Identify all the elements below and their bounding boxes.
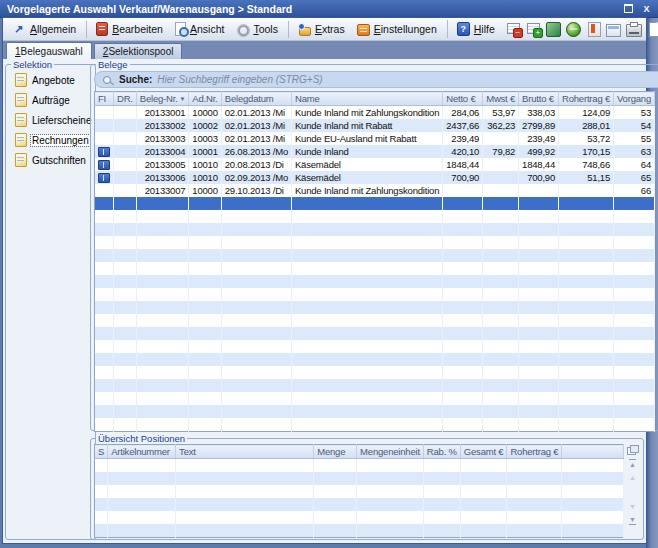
column-header-netto[interactable]: Netto €	[443, 92, 483, 106]
sidebar-item-gutschriften[interactable]: Gutschriften	[8, 150, 93, 170]
scroll-to-top-icon[interactable]: ▲	[626, 459, 639, 470]
column-header-beleg[interactable]: Beleg-Nr.▼	[136, 92, 189, 106]
sidebar-item-rechnungen[interactable]: Rechnungen	[8, 130, 93, 150]
bookmark-icon[interactable]	[588, 22, 601, 37]
table-remove-icon[interactable]	[506, 22, 521, 36]
search-bar[interactable]: Suche: Hier Suchbegriff eingeben (STRG+S…	[94, 71, 658, 88]
column-header-mengeneinheit[interactable]: Mengeneinheit	[357, 445, 424, 459]
empty-row[interactable]	[95, 275, 655, 288]
scroll-up-icon[interactable]: ▲	[626, 472, 639, 483]
empty-row[interactable]	[95, 405, 655, 418]
column-header-filler[interactable]	[562, 445, 624, 459]
menu-allgemein[interactable]: Allgemein	[7, 21, 87, 38]
cell-vorgang: 55	[614, 132, 655, 145]
empty-row[interactable]	[95, 301, 655, 314]
new-document-icon[interactable]	[649, 22, 658, 37]
empty-row[interactable]	[95, 485, 624, 498]
sidebar-item-lieferscheine[interactable]: Lieferscheine	[8, 110, 93, 130]
column-header-datum[interactable]: Belegdatum	[221, 92, 291, 106]
empty-row[interactable]	[95, 472, 624, 485]
column-header-menge[interactable]: Menge	[314, 445, 357, 459]
column-header-gesamt[interactable]: Gesamt €	[460, 445, 507, 459]
column-header-rohertrag[interactable]: Rohertrag €	[559, 92, 614, 106]
cell-empty	[221, 301, 291, 314]
column-header-rohertrag[interactable]: Rohertrag €	[507, 445, 562, 459]
empty-row[interactable]	[95, 511, 624, 524]
cell-empty	[176, 511, 314, 524]
table-add-icon[interactable]	[526, 22, 541, 36]
sidebar-item-label: Rechnungen	[31, 135, 90, 146]
print-icon[interactable]	[626, 24, 642, 37]
cell-adnr: 10010	[189, 158, 221, 171]
column-header-name[interactable]: Name	[291, 92, 442, 106]
empty-row[interactable]	[95, 379, 655, 392]
menu-hilfe[interactable]: Hilfe	[451, 20, 501, 38]
empty-row[interactable]	[95, 459, 624, 473]
empty-row[interactable]	[95, 249, 655, 262]
cell-empty	[221, 353, 291, 366]
empty-row[interactable]	[95, 327, 655, 340]
cell-datum: 02.09.2013 /Mo	[221, 171, 291, 184]
empty-row[interactable]	[95, 392, 655, 405]
table-row[interactable]: 201330071000029.10.2013 /DiKunde Inland …	[95, 184, 655, 197]
column-header-mwst[interactable]: Mwst €	[483, 92, 519, 106]
tab-selektionspool[interactable]: 2 Selektionspool	[94, 43, 183, 59]
column-chooser-icon[interactable]	[626, 444, 639, 455]
empty-row[interactable]	[95, 340, 655, 353]
archive-icon[interactable]	[546, 22, 561, 37]
column-header-dr[interactable]: DR.	[114, 92, 137, 106]
table-row[interactable]: 201330051001020.08.2013 /DiKäsemädel1848…	[95, 158, 655, 171]
empty-row[interactable]	[95, 210, 655, 223]
menu-einstellungen[interactable]: Einstellungen	[351, 20, 448, 38]
window-titlebar[interactable]: Vorgelagerte Auswahl Verkauf/Warenausgan…	[0, 0, 658, 18]
empty-row[interactable]	[95, 524, 624, 538]
empty-row[interactable]	[95, 223, 655, 236]
menu-extras[interactable]: Extras	[292, 20, 351, 38]
selected-row[interactable]	[95, 197, 655, 210]
empty-row[interactable]	[95, 288, 655, 301]
cell-mwst: 362,23	[483, 119, 519, 132]
window-icon[interactable]	[606, 24, 621, 37]
belege-panel: Belege Suche: Hier Suchbegriff eingeben …	[90, 59, 658, 431]
cell-empty	[314, 459, 357, 473]
empty-row[interactable]	[95, 498, 624, 511]
empty-row[interactable]	[95, 314, 655, 327]
column-header-fi[interactable]: FI	[95, 92, 114, 106]
column-header-text[interactable]: Text	[176, 445, 314, 459]
restore-icon[interactable]	[621, 2, 636, 15]
column-header-s[interactable]: S	[95, 445, 108, 459]
table-row[interactable]: 201330011000002.01.2013 /MiKunde Inland …	[95, 106, 655, 120]
table-row[interactable]: 201330041000126.08.2013 /MoKunde Inland4…	[95, 145, 655, 158]
table-row[interactable]: 201330031000302.01.2013 /MiKunde EU-Ausl…	[95, 132, 655, 145]
scroll-to-bottom-icon[interactable]: ▼	[626, 514, 639, 525]
menu-ansicht[interactable]: Ansicht	[169, 20, 230, 38]
tab-belegauswahl[interactable]: 1 Belegauswahl	[6, 42, 92, 59]
column-header-brutto[interactable]: Brutto €	[519, 92, 559, 106]
sidebar-item-angebote[interactable]: Angebote	[8, 70, 93, 90]
cell-empty	[136, 353, 189, 366]
column-header-rab[interactable]: Rab. %	[423, 445, 460, 459]
cell-vorgang: 66	[614, 184, 655, 197]
empty-row[interactable]	[95, 418, 655, 432]
menu-bearbeiten[interactable]: Bearbeiten	[90, 20, 169, 38]
column-header-adnr[interactable]: Ad.Nr.	[189, 92, 221, 106]
cell-empty	[108, 524, 176, 538]
cell-empty	[189, 392, 221, 405]
menu-tools[interactable]: Tools	[230, 21, 289, 38]
cell-empty	[519, 301, 559, 314]
empty-row[interactable]	[95, 236, 655, 249]
close-icon[interactable]: X	[639, 2, 654, 15]
empty-row[interactable]	[95, 262, 655, 275]
cell-empty	[221, 262, 291, 275]
cell-empty	[176, 498, 314, 511]
empty-row[interactable]	[95, 353, 655, 366]
search-icon	[102, 74, 114, 86]
scroll-down-icon[interactable]: ▼	[626, 501, 639, 512]
column-header-vorgang[interactable]: Vorgang	[614, 92, 655, 106]
globe-icon[interactable]	[566, 22, 581, 37]
table-row[interactable]: 201330021000202.01.2013 /MiKunde Inland …	[95, 119, 655, 132]
empty-row[interactable]	[95, 366, 655, 379]
column-header-artikelnummer[interactable]: Artikelnummer	[108, 445, 176, 459]
table-row[interactable]: 201330061001002.09.2013 /MoKäsemädel700,…	[95, 171, 655, 184]
sidebar-item-auftraege[interactable]: Aufträge	[8, 90, 93, 110]
